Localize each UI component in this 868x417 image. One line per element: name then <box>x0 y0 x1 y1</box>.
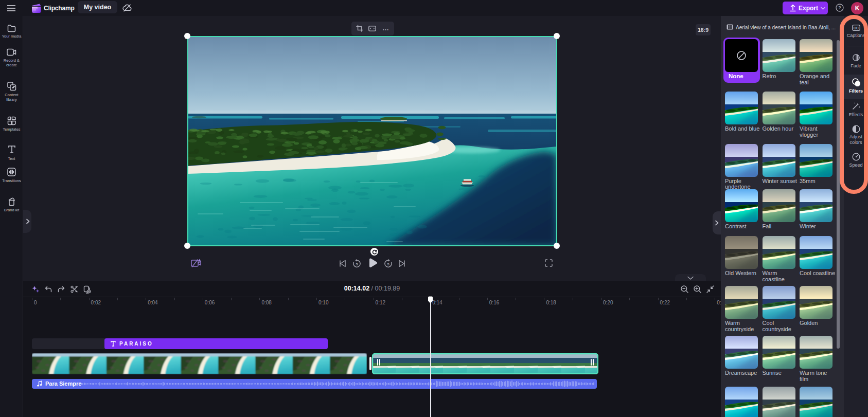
svg-text:?: ? <box>838 5 841 10</box>
svg-text:5: 5 <box>387 262 389 266</box>
svg-text:5: 5 <box>356 262 358 266</box>
